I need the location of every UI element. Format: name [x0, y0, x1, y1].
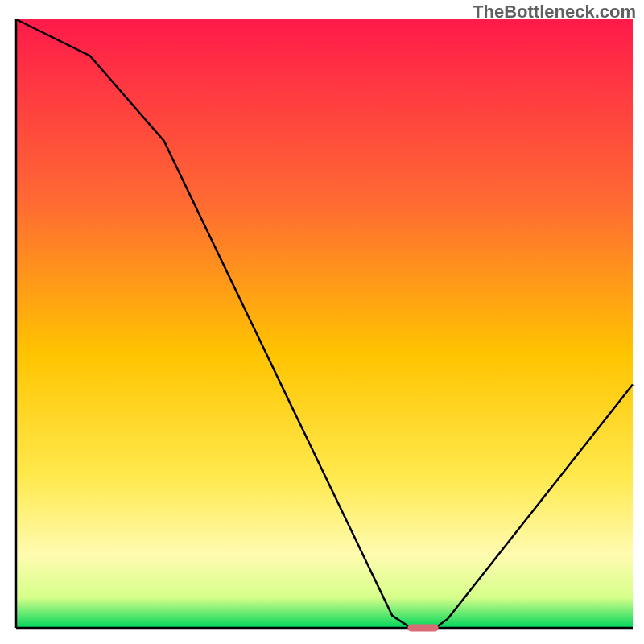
watermark-text: TheBottleneck.com [473, 2, 636, 23]
bottleneck-chart: TheBottleneck.com [0, 0, 644, 644]
optimal-marker [407, 624, 438, 631]
plot-background [16, 19, 633, 628]
chart-svg [0, 0, 644, 644]
